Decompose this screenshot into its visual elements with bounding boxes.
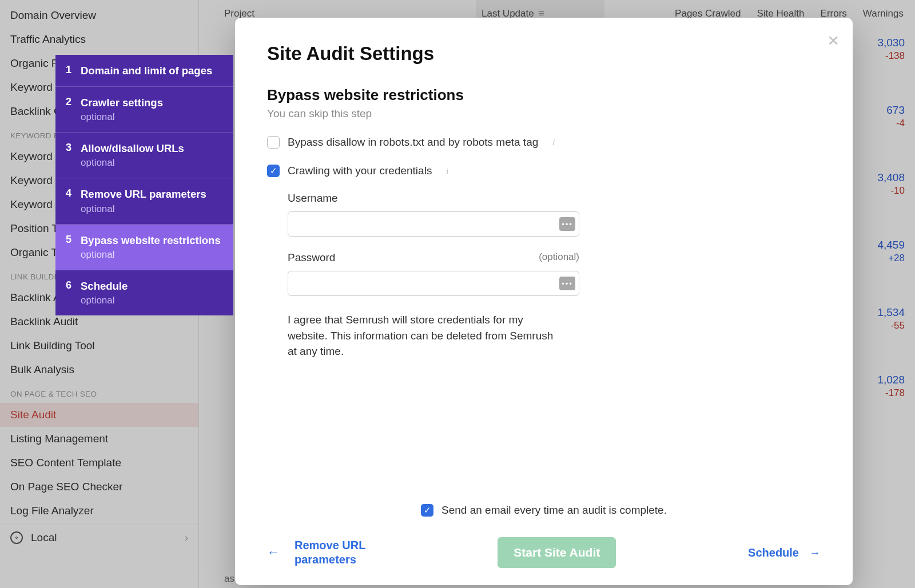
step-number: 2: [66, 96, 81, 123]
password-label: Password: [288, 251, 335, 264]
site-audit-settings-modal: × Site Audit Settings Bypass website res…: [235, 18, 853, 585]
modal-footer: ← Remove URLparameters Start Site Audit …: [267, 537, 821, 568]
start-site-audit-button[interactable]: Start Site Audit: [498, 537, 616, 568]
agree-text: I agree that Semrush will store credenti…: [288, 312, 556, 359]
close-icon[interactable]: ×: [828, 30, 839, 50]
wizard-step[interactable]: 5 Bypass website restrictions optional: [55, 225, 233, 270]
email-notification-row[interactable]: ✓ Send an email every time an audit is c…: [235, 504, 853, 517]
step-title: Domain and limit of pages: [81, 64, 223, 77]
modal-skip-text: You can skip this step: [267, 107, 821, 120]
password-input[interactable]: [288, 271, 579, 295]
arrow-right-icon: →: [809, 546, 821, 559]
wizard-step[interactable]: 4 Remove URL parameters optional: [55, 178, 233, 224]
step-optional-label: optional: [81, 295, 223, 306]
step-title: Remove URL parameters: [81, 187, 223, 201]
password-optional-label: (optional): [539, 251, 579, 271]
wizard-steps: 1 Domain and limit of pages 2 Crawler se…: [55, 55, 233, 315]
bypass-robots-row[interactable]: Bypass disallow in robots.txt and by rob…: [267, 136, 821, 149]
username-label: Username: [288, 192, 579, 205]
step-title: Bypass website restrictions: [81, 234, 223, 247]
arrow-left-icon: ←: [267, 545, 280, 560]
step-optional-label: optional: [81, 203, 223, 215]
username-input[interactable]: [288, 212, 579, 236]
info-icon[interactable]: i: [548, 137, 559, 147]
step-optional-label: optional: [81, 249, 223, 261]
bypass-robots-label: Bypass disallow in robots.txt and by rob…: [288, 136, 538, 149]
crawl-credentials-row[interactable]: ✓ Crawling with your credentials i: [267, 165, 821, 177]
step-number: 3: [66, 142, 81, 169]
next-button-label: Schedule: [748, 546, 799, 559]
step-number: 6: [66, 279, 81, 306]
wizard-step[interactable]: 3 Allow/disallow URLs optional: [55, 133, 233, 178]
back-button[interactable]: ← Remove URLparameters: [267, 538, 365, 567]
username-input-wrap: •••: [288, 211, 579, 237]
password-manager-icon[interactable]: •••: [559, 217, 575, 231]
step-title: Allow/disallow URLs: [81, 142, 223, 155]
wizard-step[interactable]: 2 Crawler settings optional: [55, 87, 233, 133]
step-number: 1: [66, 64, 81, 77]
modal-subtitle: Bypass website restrictions: [267, 86, 821, 104]
username-block: Username •••: [288, 192, 579, 237]
step-number: 5: [66, 234, 81, 261]
password-input-wrap: •••: [288, 271, 579, 296]
email-notify-label: Send an email every time an audit is com…: [441, 504, 667, 517]
wizard-step[interactable]: 6 Schedule optional: [55, 270, 233, 315]
back-button-label: Remove URLparameters: [295, 538, 365, 567]
password-manager-icon[interactable]: •••: [559, 277, 575, 290]
info-icon[interactable]: i: [442, 166, 452, 176]
checkbox-bypass-robots[interactable]: [267, 136, 280, 149]
checkbox-crawl-credentials[interactable]: ✓: [267, 165, 280, 177]
wizard-step[interactable]: 1 Domain and limit of pages: [55, 55, 233, 87]
next-button[interactable]: Schedule →: [748, 546, 821, 559]
step-title: Schedule: [81, 279, 223, 293]
crawl-credentials-label: Crawling with your credentials: [288, 165, 432, 177]
step-optional-label: optional: [81, 111, 223, 123]
step-optional-label: optional: [81, 157, 223, 169]
step-number: 4: [66, 187, 81, 214]
modal-title: Site Audit Settings: [267, 43, 821, 65]
password-block: Password (optional) •••: [288, 251, 579, 296]
step-title: Crawler settings: [81, 96, 223, 109]
checkbox-email-notify[interactable]: ✓: [421, 504, 433, 517]
